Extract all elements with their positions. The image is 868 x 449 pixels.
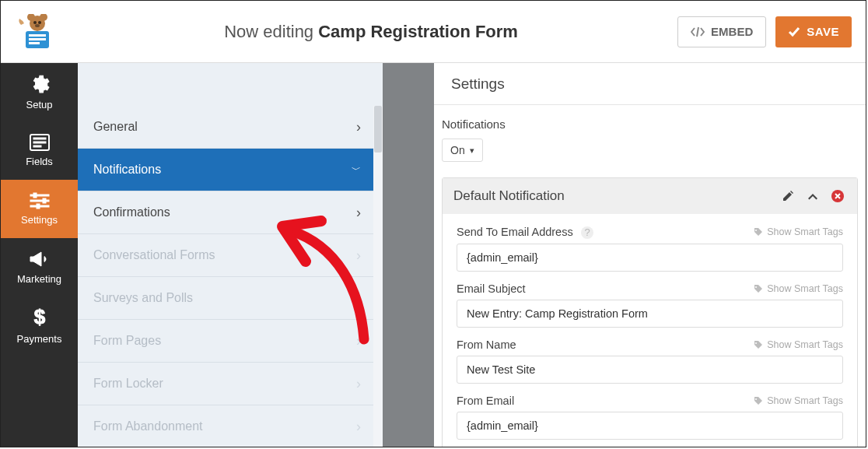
submenu-label: Form Locker	[93, 377, 163, 391]
panel-divider	[383, 63, 434, 447]
chevron-right-icon: ›	[356, 205, 361, 221]
sidebar-rail: Setup Fields Settings Marketing $ Paymen…	[1, 63, 78, 447]
chevron-right-icon: ›	[356, 290, 361, 307]
smart-tags-label: Show Smart Tags	[767, 395, 843, 406]
svg-rect-19	[37, 204, 40, 209]
topbar: Now editing Camp Registration Form EMBED…	[1, 1, 866, 63]
svg-rect-11	[33, 138, 46, 139]
smart-tags-label: Show Smart Tags	[767, 283, 843, 294]
show-smart-tags-subject[interactable]: Show Smart Tags	[754, 283, 843, 294]
chevron-right-icon: ›	[356, 247, 361, 264]
page-title: Now editing Camp Registration Form	[65, 22, 677, 42]
bullhorn-icon	[29, 250, 51, 268]
notifications-toggle[interactable]: On ▾	[442, 139, 483, 162]
svg-rect-12	[33, 142, 46, 143]
notification-card-header: Default Notification	[443, 178, 857, 214]
rail-label: Marketing	[17, 273, 61, 285]
notifications-toggle-value: On	[450, 144, 465, 156]
submenu-item-conversational-forms[interactable]: Conversational Forms ›	[78, 234, 383, 277]
close-circle-icon	[831, 189, 845, 203]
title-form-name: Camp Registration Form	[318, 22, 518, 41]
rail-item-fields[interactable]: Fields	[1, 121, 78, 180]
email-subject-input[interactable]	[457, 300, 843, 328]
smart-tags-label: Show Smart Tags	[767, 339, 843, 350]
submenu-scrollbar[interactable]	[373, 106, 383, 447]
embed-button[interactable]: EMBED	[677, 16, 766, 47]
gear-icon	[30, 74, 50, 94]
from-email-input[interactable]	[457, 412, 843, 440]
notification-card-title: Default Notification	[453, 188, 772, 204]
svg-rect-13	[33, 146, 41, 147]
rail-item-setup[interactable]: Setup	[1, 63, 78, 121]
show-smart-tags-from-email[interactable]: Show Smart Tags	[754, 395, 843, 406]
edit-button[interactable]	[779, 188, 796, 205]
delete-button[interactable]	[829, 188, 846, 205]
submenu-item-notifications[interactable]: Notifications ﹀	[78, 149, 383, 191]
submenu-label: Form Pages	[93, 334, 161, 348]
chevron-right-icon: ›	[356, 419, 361, 435]
title-prefix: Now editing	[224, 22, 318, 41]
tag-icon	[754, 396, 763, 405]
help-icon[interactable]: ?	[581, 226, 593, 239]
submenu-label: Surveys and Polls	[93, 291, 193, 305]
rail-label: Setup	[26, 99, 53, 110]
submenu-item-general[interactable]: General ›	[78, 106, 383, 149]
submenu-item-form-abandonment[interactable]: Form Abandonment ›	[78, 405, 383, 447]
submenu-label: Form Abandonment	[93, 419, 203, 433]
embed-button-label: EMBED	[711, 25, 753, 38]
pencil-icon	[782, 190, 794, 202]
svg-point-3	[33, 21, 37, 24]
submenu-label: Confirmations	[93, 205, 170, 219]
chevron-up-icon	[807, 191, 819, 201]
main-title: Settings	[434, 63, 866, 105]
main-body: Notifications On ▾ Default Notification	[434, 105, 866, 447]
save-button[interactable]: SAVE	[775, 16, 852, 47]
submenu-item-form-locker[interactable]: Form Locker ›	[78, 363, 383, 405]
show-smart-tags-send-to[interactable]: Show Smart Tags	[754, 226, 843, 237]
check-icon	[788, 26, 800, 37]
save-button-label: SAVE	[807, 25, 839, 38]
svg-point-4	[38, 21, 41, 24]
notification-card-body: Send To Email Address ? Show Smart Tags	[443, 214, 857, 440]
submenu-list: General › Notifications ﹀ Confirmations …	[78, 106, 383, 447]
chevron-down-icon: ﹀	[352, 163, 361, 177]
submenu-label: General	[93, 120, 138, 134]
tag-icon	[754, 340, 763, 349]
body: Setup Fields Settings Marketing $ Paymen…	[1, 63, 866, 447]
submenu-label: Notifications	[93, 163, 161, 177]
collapse-button[interactable]	[804, 188, 821, 205]
rail-label: Payments	[17, 333, 62, 345]
submenu-item-form-pages[interactable]: Form Pages ›	[78, 320, 383, 363]
svg-rect-9	[29, 42, 40, 44]
wpforms-logo	[10, 14, 65, 50]
list-icon	[30, 134, 50, 151]
row-from-name: From Name Show Smart Tags	[457, 339, 843, 384]
submenu-item-confirmations[interactable]: Confirmations ›	[78, 191, 383, 234]
scrollbar-thumb[interactable]	[374, 106, 382, 153]
svg-text:$: $	[33, 307, 45, 328]
dollar-icon: $	[33, 307, 47, 328]
submenu-item-surveys-polls[interactable]: Surveys and Polls ›	[78, 277, 383, 320]
rail-item-settings[interactable]: Settings	[1, 180, 78, 238]
rail-label: Fields	[26, 156, 53, 167]
svg-rect-18	[43, 198, 46, 203]
from-email-label: From Email	[457, 395, 514, 407]
chevron-down-icon: ▾	[470, 146, 474, 156]
submenu-label: Conversational Forms	[93, 248, 215, 262]
svg-rect-8	[29, 38, 46, 40]
svg-rect-17	[33, 193, 37, 198]
tag-icon	[754, 227, 763, 237]
show-smart-tags-from-name[interactable]: Show Smart Tags	[754, 339, 843, 350]
email-subject-label: Email Subject	[457, 282, 526, 295]
rail-item-payments[interactable]: $ Payments	[1, 296, 78, 355]
from-name-input[interactable]	[457, 356, 843, 384]
from-name-label: From Name	[457, 339, 516, 351]
send-to-label: Send To Email Address	[457, 226, 573, 238]
rail-item-marketing[interactable]: Marketing	[1, 238, 78, 296]
main-panel: Settings Notifications On ▾ Default Noti…	[434, 63, 866, 447]
send-to-input[interactable]	[457, 244, 843, 272]
sliders-icon	[29, 192, 51, 209]
svg-rect-7	[29, 34, 46, 37]
smart-tags-label: Show Smart Tags	[767, 226, 843, 237]
row-email-subject: Email Subject Show Smart Tags	[457, 282, 843, 328]
